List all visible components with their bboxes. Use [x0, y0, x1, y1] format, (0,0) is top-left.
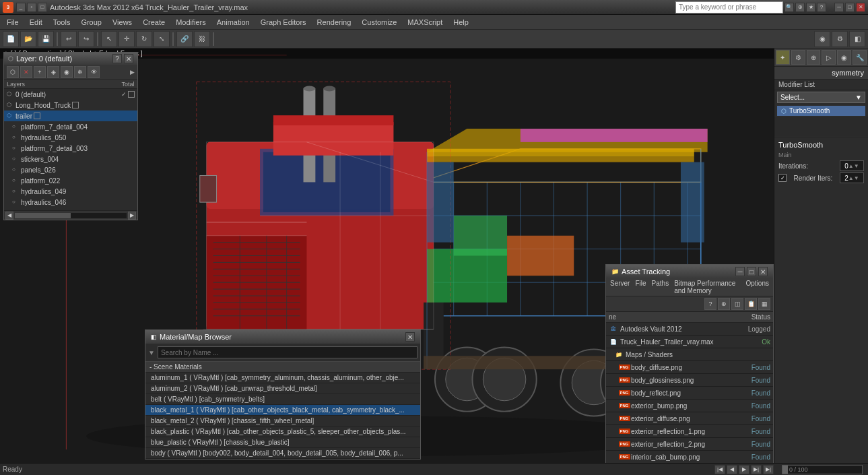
at-minimize-button[interactable]: ─: [735, 267, 745, 276]
layer-item-platform7d3[interactable]: ○ platform_7_detail_003: [4, 143, 137, 154]
at-item-body-reflect[interactable]: PNG body_reflect.png Found: [606, 387, 773, 400]
cmd-motion-btn[interactable]: ▷: [822, 50, 836, 65]
ts-iterations-value[interactable]: 0 ▲▼: [840, 160, 864, 171]
at-menu-server[interactable]: Server: [610, 280, 630, 294]
menu-customize[interactable]: Customize: [356, 15, 402, 29]
menu-views[interactable]: Views: [107, 15, 137, 29]
layer-item-platform022[interactable]: ○ platform_022: [4, 175, 137, 186]
at-menu-paths[interactable]: Paths: [652, 280, 669, 294]
layer-0-box[interactable]: [128, 91, 135, 98]
timeline-next-btn[interactable]: ▶|: [751, 465, 762, 474]
menu-maxscript[interactable]: MAXScript: [402, 15, 448, 29]
mat-item-aluminum1[interactable]: aluminum_1 ( VRayMtl ) [cab_symmetry_alu…: [145, 373, 420, 383]
ts-render-iters-value[interactable]: 2 ▲▼: [840, 172, 864, 183]
menu-rendering[interactable]: Rendering: [312, 15, 357, 29]
viewport-area[interactable]: + [ ] [ Perspective ] [ Shaded + Edged F…: [0, 49, 774, 463]
web-search-button[interactable]: ⊕: [795, 3, 805, 12]
menu-graph-editors[interactable]: Graph Editors: [255, 15, 312, 29]
layer-item-trailer[interactable]: ⬡ trailer: [4, 110, 137, 121]
at-menu-bitmap-perf[interactable]: Bitmap Performance and Memory: [674, 280, 740, 294]
asset-tracking-body[interactable]: 🏛 Autodesk Vault 2012 Logged 📄 Truck_Hau…: [606, 323, 773, 463]
global-search-input[interactable]: [675, 1, 783, 13]
layer-highlight-button[interactable]: ◉: [61, 66, 73, 78]
menu-animation[interactable]: Animation: [211, 15, 255, 29]
material-search-input[interactable]: [158, 346, 418, 358]
layers-help-button[interactable]: ?: [112, 54, 122, 63]
menu-create[interactable]: Create: [137, 15, 170, 29]
cmd-display-btn[interactable]: ◉: [837, 50, 851, 65]
timeline-start-btn[interactable]: |◀: [714, 465, 725, 474]
toolbar-render[interactable]: ◉: [814, 31, 830, 47]
restore-button[interactable]: ▫: [27, 3, 36, 12]
toolbar-new[interactable]: 📄: [3, 31, 19, 47]
material-search-area[interactable]: ▼: [145, 344, 420, 362]
help-button[interactable]: ?: [817, 3, 826, 12]
layer-hide-button[interactable]: 👁: [88, 66, 100, 78]
maximize-button[interactable]: □: [38, 3, 47, 12]
layer-item-hydraulics046[interactable]: ○ hydraulics_046: [4, 197, 137, 208]
mat-item-body[interactable]: body ( VRayMtl ) [body002, body_detail_0…: [145, 448, 420, 459]
layer-item-panels026[interactable]: ○ panels_026: [4, 164, 137, 175]
at-btn-4[interactable]: 📋: [745, 298, 757, 310]
layers-scroll-left-btn[interactable]: ◀: [5, 212, 13, 220]
toolbar-scale[interactable]: ⤡: [154, 31, 170, 47]
ts-render-checkbox[interactable]: ✓: [778, 174, 787, 182]
window-minimize-button[interactable]: ─: [834, 3, 844, 12]
layers-list[interactable]: ⬡ 0 (default) ✓ ⬡ Long_Hood_Truck ⬡ trai…: [4, 89, 137, 210]
at-item-body-diffuse[interactable]: PNG body_diffuse.png Found: [606, 361, 773, 374]
menu-help[interactable]: Help: [448, 15, 474, 29]
menu-edit[interactable]: Edit: [24, 15, 48, 29]
menu-file[interactable]: File: [1, 15, 24, 29]
toolbar-render-setup[interactable]: ⚙: [832, 31, 848, 47]
cmd-hierarchy-btn[interactable]: ⊕: [807, 50, 821, 65]
menu-tools[interactable]: Tools: [48, 15, 76, 29]
at-btn-3[interactable]: ◫: [731, 298, 743, 310]
turbosmooth-item[interactable]: ⬡ TurboSmooth: [777, 106, 865, 116]
at-close-button[interactable]: ✕: [758, 267, 768, 276]
toolbar-move[interactable]: ✛: [119, 31, 135, 47]
mat-item-blackmetal2[interactable]: black_metal_2 ( VRayMtl ) [chassis_fifth…: [145, 416, 420, 426]
layer-freeze-button[interactable]: ❄: [74, 66, 86, 78]
mat-item-blackmetal1[interactable]: black_metal_1 ( VRayMtl ) [cab_other_obj…: [145, 405, 420, 416]
layer-new-button[interactable]: ⬡: [7, 66, 19, 78]
layer-select-objects-button[interactable]: ◈: [47, 66, 59, 78]
layer-trailer-box[interactable]: [34, 113, 40, 119]
at-menu-options[interactable]: Options: [746, 280, 769, 294]
toolbar-undo[interactable]: ↩: [61, 31, 77, 47]
at-item-exterior-diffuse[interactable]: PNG exterior_diffuse.png Found: [606, 412, 773, 425]
at-btn-2[interactable]: ⊕: [718, 298, 730, 310]
menu-group[interactable]: Group: [75, 15, 107, 29]
layer-longhoodtruck-box[interactable]: [72, 102, 79, 108]
mat-item-blackplastic[interactable]: black_plastic ( VRayMtl ) [cab_other_obj…: [145, 426, 420, 437]
toolbar-unlink[interactable]: ⛓: [194, 31, 210, 47]
at-btn-1[interactable]: ?: [704, 298, 716, 310]
timeline-prev-btn[interactable]: ◀: [727, 465, 737, 474]
toolbar-save[interactable]: 💾: [38, 31, 54, 47]
timeline-scrubber[interactable]: 0 / 100: [782, 465, 863, 474]
layer-item-platform7d4[interactable]: ○ platform_7_detail_004: [4, 121, 137, 132]
toolbar-rotate[interactable]: ↻: [136, 31, 152, 47]
mat-item-aluminum2[interactable]: aluminum_2 ( VRayMtl ) [cab_unwrap_thres…: [145, 383, 420, 394]
material-browser-close[interactable]: ✕: [405, 332, 415, 342]
at-btn-5[interactable]: ▦: [758, 298, 770, 310]
layer-item-bodydetail006[interactable]: ○ body_detail_006: [4, 208, 137, 210]
cmd-modify-btn[interactable]: ⚙: [791, 50, 805, 65]
at-item-mainfile[interactable]: 📄 Truck_Hauler_Trailer_vray.max Ok: [606, 336, 773, 348]
layer-item-stickers004[interactable]: ○ stickers_004: [4, 154, 137, 164]
modifier-list-dropdown[interactable]: Select... ▼: [777, 92, 865, 103]
layer-add-selected-button[interactable]: +: [34, 66, 46, 78]
toolbar-open[interactable]: 📂: [20, 31, 36, 47]
at-item-vault[interactable]: 🏛 Autodesk Vault 2012 Logged: [606, 323, 773, 336]
cmd-utilities-btn[interactable]: 🔧: [853, 50, 867, 65]
at-item-maps-folder[interactable]: 📁 Maps / Shaders: [606, 348, 773, 361]
bookmark-button[interactable]: ★: [806, 3, 815, 12]
toolbar-link[interactable]: 🔗: [176, 31, 193, 47]
minimize-button[interactable]: _: [16, 3, 26, 12]
at-restore-button[interactable]: □: [747, 267, 756, 276]
mat-item-belt[interactable]: belt ( VRayMtl ) [cab_symmetry_belts]: [145, 394, 420, 405]
cmd-create-btn[interactable]: ✦: [776, 50, 790, 65]
layers-scroll-right-btn[interactable]: ▶: [128, 212, 136, 220]
menu-modifiers[interactable]: Modifiers: [170, 15, 211, 29]
toolbar-redo[interactable]: ↪: [78, 31, 94, 47]
layer-delete-button[interactable]: ✕: [20, 66, 32, 78]
